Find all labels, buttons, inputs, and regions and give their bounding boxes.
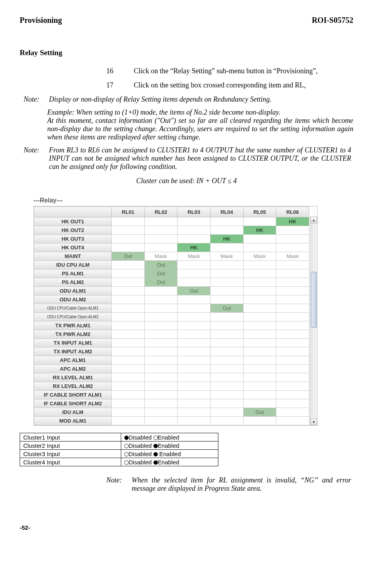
relay-cell[interactable] [243,365,276,373]
relay-cell[interactable] [177,391,211,399]
relay-cell[interactable] [276,287,309,295]
radio-icon[interactable] [124,436,129,440]
scroll-thumb[interactable] [311,272,317,328]
relay-cell[interactable]: Out [144,269,177,278]
relay-cell[interactable] [276,278,309,287]
relay-cell[interactable] [276,391,309,399]
relay-cell[interactable] [211,313,244,321]
relay-cell[interactable] [276,321,309,330]
relay-cell[interactable] [276,261,309,269]
relay-cell[interactable] [144,295,177,304]
relay-cell[interactable] [276,339,309,347]
relay-cell[interactable] [177,365,211,373]
relay-cell[interactable]: Out [144,278,177,287]
scroll-down-icon[interactable]: ▼ [310,419,317,425]
relay-cell[interactable] [211,408,244,417]
relay-cell[interactable] [211,217,244,226]
relay-cell[interactable] [211,226,244,235]
relay-cell[interactable] [243,313,276,321]
relay-cell[interactable] [211,356,244,365]
relay-cell[interactable] [177,330,211,339]
relay-cell[interactable] [112,226,145,235]
relay-cell[interactable] [112,261,145,269]
relay-cell[interactable] [177,226,211,235]
relay-cell[interactable] [177,269,211,278]
relay-cell[interactable] [276,330,309,339]
relay-cell[interactable] [112,243,145,252]
cluster-options[interactable]: Disabled Enabled [121,441,218,450]
relay-cell[interactable] [144,304,177,313]
relay-cell[interactable] [243,321,276,330]
relay-cell[interactable]: Out [112,252,145,261]
radio-icon[interactable] [153,444,158,448]
relay-cell[interactable] [144,417,177,425]
relay-cell[interactable] [211,399,244,408]
relay-cell[interactable] [144,217,177,226]
relay-cell[interactable] [177,321,211,330]
relay-cell[interactable] [243,399,276,408]
relay-cell[interactable] [276,417,309,425]
relay-cell[interactable] [144,226,177,235]
relay-cell[interactable] [177,278,211,287]
relay-cell[interactable] [144,391,177,399]
relay-cell[interactable] [112,347,145,356]
relay-cell[interactable] [276,226,309,235]
relay-cell[interactable] [276,235,309,243]
relay-cell[interactable] [144,330,177,339]
relay-cell[interactable] [276,347,309,356]
relay-cell[interactable] [112,287,145,295]
relay-cell[interactable] [211,365,244,373]
relay-cell[interactable]: Mask [211,252,244,261]
relay-cell[interactable]: Out [243,408,276,417]
relay-cell[interactable]: HK [276,217,309,226]
relay-cell[interactable] [211,243,244,252]
scroll-up-icon[interactable]: ▲ [310,217,317,223]
relay-cell[interactable] [243,278,276,287]
relay-cell[interactable] [112,313,145,321]
relay-cell[interactable] [144,399,177,408]
relay-cell[interactable] [177,235,211,243]
radio-icon[interactable] [153,436,158,440]
relay-cell[interactable] [276,356,309,365]
relay-cell[interactable]: Out [211,304,244,313]
radio-icon[interactable] [124,452,129,456]
relay-cell[interactable] [144,408,177,417]
relay-cell[interactable] [177,408,211,417]
relay-cell[interactable] [243,217,276,226]
relay-cell[interactable] [243,261,276,269]
relay-cell[interactable] [243,339,276,347]
relay-cell[interactable] [144,313,177,321]
relay-cell[interactable] [211,287,244,295]
relay-cell[interactable] [112,217,145,226]
relay-cell[interactable] [177,356,211,365]
relay-cell[interactable] [112,304,145,313]
relay-cell[interactable] [112,356,145,365]
relay-cell[interactable] [243,356,276,365]
relay-cell[interactable] [276,313,309,321]
relay-cell[interactable] [211,261,244,269]
relay-cell[interactable] [243,347,276,356]
relay-cell[interactable]: HK [243,226,276,235]
relay-cell[interactable] [177,347,211,356]
relay-cell[interactable] [276,373,309,382]
radio-icon[interactable] [153,460,158,465]
relay-cell[interactable] [112,235,145,243]
relay-cell[interactable] [211,278,244,287]
relay-cell[interactable] [112,408,145,417]
relay-cell[interactable] [112,417,145,425]
relay-cell[interactable] [276,365,309,373]
radio-icon[interactable] [124,460,129,465]
relay-cell[interactable] [112,295,145,304]
cluster-options[interactable]: Disabled Enabled [121,433,218,441]
relay-cell[interactable] [112,382,145,391]
relay-cell[interactable] [243,391,276,399]
relay-cell[interactable]: Mask [276,252,309,261]
relay-cell[interactable]: Mask [144,252,177,261]
vertical-scrollbar[interactable]: ▲ ▼ [310,217,317,425]
relay-cell[interactable] [211,269,244,278]
relay-cell[interactable] [177,382,211,391]
relay-cell[interactable] [112,373,145,382]
relay-cell[interactable] [243,269,276,278]
relay-cell[interactable] [211,321,244,330]
relay-cell[interactable] [276,408,309,417]
